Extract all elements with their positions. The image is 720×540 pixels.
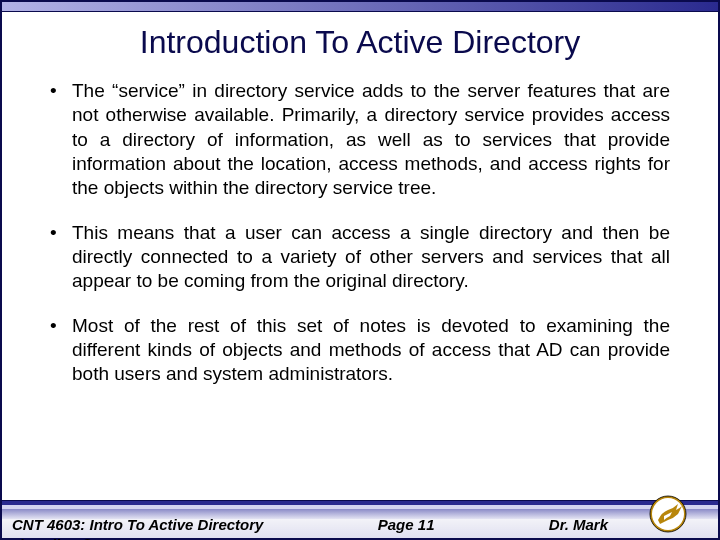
footer-copyright-fragment: Llewellyn © [10,536,93,540]
top-accent-bar [2,2,718,12]
footer-page: Page 11 [378,516,435,533]
bullet-item: This means that a user can access a sing… [50,221,670,294]
footer: CNT 4603: Intro To Active Directory Page… [2,510,718,538]
slide: Introduction To Active Directory The “se… [0,0,720,540]
footer-course: CNT 4603: Intro To Active Directory [12,516,263,533]
slide-title: Introduction To Active Directory [2,24,718,61]
ucf-logo [638,494,690,534]
pegasus-icon [638,494,690,534]
bullet-item: Most of the rest of this set of notes is… [50,314,670,387]
footer-author: Dr. Mark [549,516,608,533]
slide-content: The “service” in directory service adds … [2,79,718,386]
bullet-item: The “service” in directory service adds … [50,79,670,201]
bullet-list: The “service” in directory service adds … [50,79,670,386]
